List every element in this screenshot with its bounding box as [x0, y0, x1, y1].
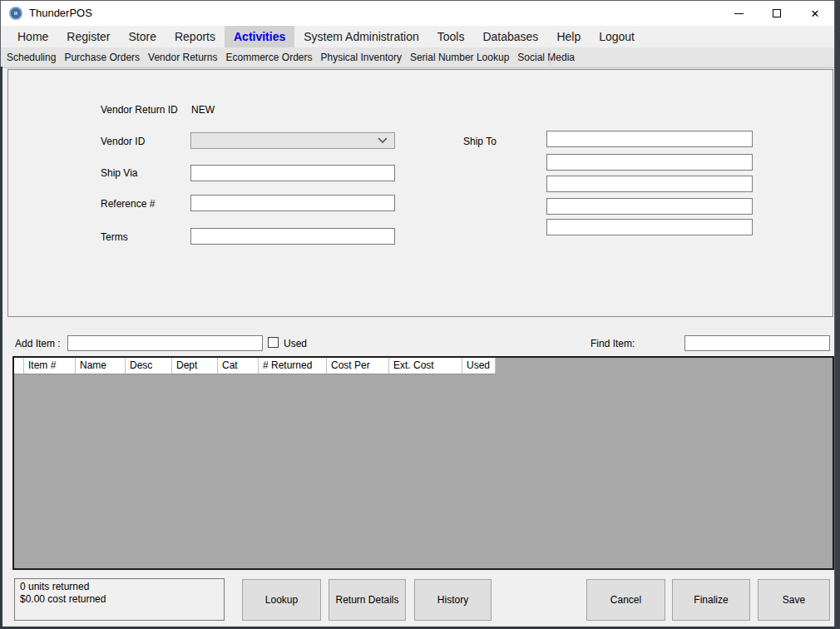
column-header-item[interactable]: Item #: [24, 358, 76, 374]
items-table-header: Item #NameDescDeptCat# ReturnedCost PerE…: [14, 358, 833, 374]
close-button[interactable]: ✕: [796, 1, 834, 26]
find-item-input[interactable]: [684, 335, 830, 351]
menu-item-databases[interactable]: Databases: [473, 26, 547, 47]
app-window: ThunderPOS ✕ HomeRegisterStoreReportsAct…: [0, 0, 835, 629]
vendor-id-label: Vendor ID: [101, 136, 145, 147]
toolbar-divider: [550, 50, 551, 65]
ship-to-line-3[interactable]: [546, 176, 753, 192]
column-header-dept[interactable]: Dept: [172, 358, 218, 374]
close-icon: ✕: [811, 8, 820, 19]
lookup-button[interactable]: Lookup: [242, 579, 321, 621]
terms-label: Terms: [101, 231, 128, 243]
ship-to-label: Ship To: [463, 136, 497, 147]
ship-to-line-4[interactable]: [546, 198, 753, 215]
cancel-button[interactable]: Cancel: [586, 579, 665, 621]
column-header-used[interactable]: Used: [462, 358, 496, 374]
items-table[interactable]: Item #NameDescDeptCat# ReturnedCost PerE…: [12, 356, 834, 570]
terms-input[interactable]: [190, 228, 395, 245]
desktop-edge-left: [0, 67, 2, 629]
vendor-return-form-panel: Vendor Return ID NEW Vendor ID Ship Via …: [7, 69, 833, 317]
toolbar-item-vendor-returns[interactable]: Vendor Returns: [144, 47, 221, 67]
vendor-return-id-label: Vendor Return ID: [101, 104, 178, 116]
menu-item-home[interactable]: Home: [8, 26, 57, 47]
menu-bar: HomeRegisterStoreReportsActivitiesSystem…: [1, 26, 834, 47]
menu-item-system-administration[interactable]: System Administration: [294, 26, 428, 47]
column-header-desc[interactable]: Desc: [126, 358, 172, 374]
window-controls: ✕: [719, 1, 834, 26]
column-header-returned[interactable]: # Returned: [259, 358, 327, 374]
ship-to-line-1[interactable]: [546, 131, 753, 147]
maximize-icon: [773, 9, 781, 17]
toolbar-item-physical-inventory[interactable]: Physical Inventory: [317, 47, 406, 67]
window-title: ThunderPOS: [29, 1, 92, 25]
vendor-id-dropdown[interactable]: [190, 132, 395, 149]
ship-to-line-2[interactable]: [546, 154, 753, 171]
return-details-button[interactable]: Return Details: [329, 579, 406, 621]
history-button[interactable]: History: [414, 579, 492, 621]
reference-input[interactable]: [190, 195, 395, 211]
column-header-ext-cost[interactable]: Ext. Cost: [389, 358, 462, 374]
row-selector-column-header: [14, 358, 24, 374]
reference-label: Reference #: [101, 198, 155, 210]
save-button[interactable]: Save: [758, 579, 830, 621]
toolbar-item-scheduling[interactable]: Scheduling: [2, 47, 60, 67]
menu-item-store[interactable]: Store: [120, 26, 166, 47]
app-logo-icon: [9, 7, 22, 20]
ship-to-line-5[interactable]: [546, 219, 753, 235]
column-header-cat[interactable]: Cat: [218, 358, 259, 374]
vendor-return-id-value: NEW: [191, 104, 215, 116]
title-bar: ThunderPOS ✕: [1, 1, 834, 26]
menu-item-logout[interactable]: Logout: [590, 26, 644, 47]
ship-via-input[interactable]: [190, 165, 395, 181]
ship-via-label: Ship Via: [101, 167, 137, 179]
toolbar-item-serial-number-lookup[interactable]: Serial Number Lookup: [406, 47, 513, 67]
used-checkbox-label: Used: [284, 338, 307, 349]
maximize-button[interactable]: [758, 1, 796, 26]
cost-returned-text: $0.00 cost returned: [20, 593, 219, 606]
menu-item-activities[interactable]: Activities: [225, 26, 294, 47]
column-header-name[interactable]: Name: [76, 358, 126, 374]
toolbar-item-ecommerce-orders[interactable]: Ecommerce Orders: [221, 47, 316, 67]
finalize-button[interactable]: Finalize: [672, 579, 750, 621]
toolbar-item-social-media[interactable]: Social Media: [513, 47, 579, 67]
menu-item-reports[interactable]: Reports: [166, 26, 225, 47]
menu-item-help[interactable]: Help: [547, 26, 590, 47]
toolbar-item-purchase-orders[interactable]: Purchase Orders: [60, 47, 144, 67]
menu-item-tools[interactable]: Tools: [428, 26, 474, 47]
chevron-down-icon: [378, 137, 388, 144]
used-checkbox[interactable]: [268, 337, 279, 348]
activities-toolbar: SchedulingPurchase OrdersVendor ReturnsE…: [1, 47, 834, 68]
menu-item-register[interactable]: Register: [57, 26, 119, 47]
minimize-button[interactable]: [719, 1, 758, 26]
add-item-label: Add Item :: [15, 338, 61, 349]
units-returned-text: 0 units returned: [20, 581, 219, 593]
return-summary-box: 0 units returned $0.00 cost returned: [14, 578, 225, 621]
add-item-input[interactable]: [67, 335, 263, 351]
find-item-label: Find Item:: [590, 338, 635, 349]
column-header-cost-per[interactable]: Cost Per: [327, 358, 389, 374]
minimize-icon: [734, 13, 744, 14]
